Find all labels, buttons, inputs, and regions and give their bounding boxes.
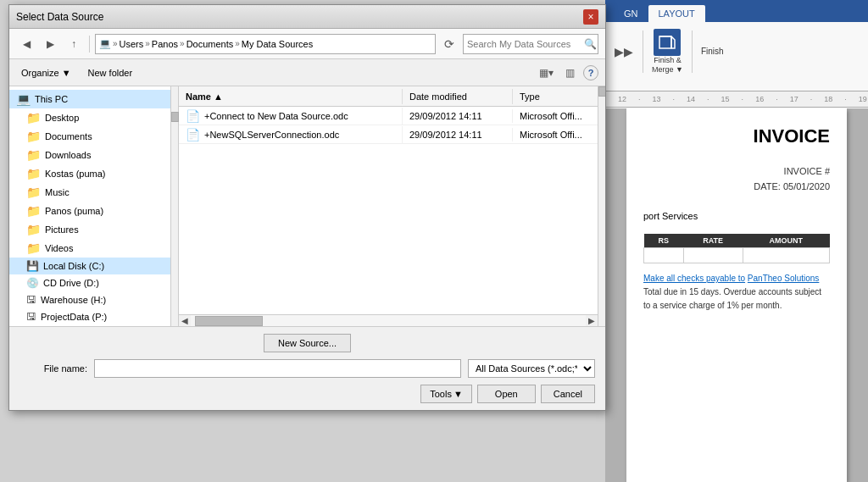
scroll-right-button[interactable]: ▶ [586, 315, 598, 327]
nav-item-music[interactable]: 📁 Music [9, 183, 170, 202]
kostas-icon: 📁 [26, 167, 41, 180]
breadcrumb-computer-icon: 💻 [99, 38, 111, 49]
nav-item-cd-drive-d[interactable]: 💿 CD Drive (D:) [9, 274, 170, 291]
ribbon-nav-btn[interactable]: ▶▶ [614, 42, 634, 62]
scroll-thumb[interactable] [195, 316, 263, 326]
nav-label-warehouse-h: Warehouse (H:) [41, 295, 106, 305]
new-folder-button[interactable]: New folder [83, 65, 138, 80]
dialog-content: 💻 This PC 📁 Desktop 📁 Documents 📁 Downlo… [9, 86, 605, 326]
dialog-close-button[interactable]: × [583, 9, 598, 25]
nav-item-downloads[interactable]: 📁 Downloads [9, 146, 170, 164]
nav-item-this-pc[interactable]: 💻 This PC [9, 90, 170, 108]
up-button[interactable]: ↑ [64, 34, 84, 54]
ribbon-sep [643, 30, 643, 73]
dialog-title: Select Data Source [16, 11, 103, 23]
file-item-0[interactable]: 📄 +Connect to New Data Source.odc 29/09/… [179, 107, 598, 125]
dialog-bottom: New Source... File name: All Data Source… [9, 326, 605, 410]
tools-arrow-icon: ▼ [453, 389, 463, 399]
panos-icon: 📁 [26, 204, 41, 218]
organize-arrow-icon: ▼ [62, 68, 71, 78]
ribbon-area: GN LAYOUT ▶▶ Finish &Merge ▼ Finish 12 ·… [605, 0, 868, 110]
invoice-meta: INVOICE # DATE: 05/01/2020 [643, 164, 830, 194]
tools-button[interactable]: Tools ▼ [420, 385, 472, 403]
nav-scroll-thumb[interactable] [171, 112, 179, 122]
cd-drive-d-icon: 💿 [26, 277, 39, 289]
nav-label-this-pc: This PC [35, 94, 68, 104]
nav-label-panos: Panos (puma) [45, 206, 103, 216]
desktop-icon: 📁 [26, 111, 41, 125]
nav-item-kostas[interactable]: 📁 Kostas (puma) [9, 164, 170, 183]
nav-scrollbar[interactable] [170, 86, 178, 326]
cancel-button[interactable]: Cancel [541, 385, 595, 403]
nav-item-warehouse-h[interactable]: 🖫 Warehouse (H:) [9, 291, 170, 308]
refresh-button[interactable]: ⟳ [439, 34, 459, 54]
svg-rect-0 [659, 36, 671, 48]
nav-label-kostas: Kostas (puma) [45, 169, 106, 179]
nav-item-pictures[interactable]: 📁 Pictures [9, 220, 170, 239]
nav-label-pictures: Pictures [45, 224, 79, 235]
new-source-button[interactable]: New Source... [264, 334, 351, 352]
file-date-1: 29/09/2012 14:11 [403, 128, 513, 141]
nav-item-documents[interactable]: 📁 Documents [9, 127, 170, 146]
open-button[interactable]: Open [477, 385, 536, 403]
file-type-1: Microsoft Offi... [513, 128, 598, 141]
search-icon: 🔍 [584, 38, 597, 50]
invoice-company: port Services [643, 211, 830, 221]
filename-input[interactable] [94, 359, 461, 378]
finish-group-label: Finish [701, 47, 724, 56]
filename-row: File name: All Data Sources (*.odc;*.mdb… [19, 359, 595, 378]
breadcrumb-users: Users [120, 39, 144, 49]
search-input[interactable] [467, 39, 584, 49]
finish-merge-icon [654, 29, 681, 56]
invoice-footer: Make all checks payable to PanTheo Solut… [643, 272, 830, 313]
help-button[interactable]: ? [583, 65, 598, 80]
warehouse-h-icon: 🖫 [26, 294, 36, 306]
column-date[interactable]: Date modified [403, 89, 513, 104]
organize-bar: Organize ▼ New folder ▦▾ ▥ ? [9, 59, 605, 86]
view-button-1[interactable]: ▦▾ [536, 63, 556, 83]
address-bar[interactable]: 💻 » Users » Panos » Documents » My Data … [95, 34, 436, 54]
nav-panel: 💻 This PC 📁 Desktop 📁 Documents 📁 Downlo… [9, 86, 170, 326]
filename-label: File name: [19, 363, 87, 374]
finish-merge-button[interactable]: Finish &Merge ▼ [652, 29, 683, 75]
local-disk-c-icon: 💾 [26, 260, 39, 272]
nav-item-videos[interactable]: 📁 Videos [9, 239, 170, 258]
videos-icon: 📁 [26, 241, 41, 255]
organize-button[interactable]: Organize ▼ [16, 65, 76, 80]
view-button-2[interactable]: ▥ [559, 63, 580, 83]
nav-item-desktop[interactable]: 📁 Desktop [9, 108, 170, 127]
toolbar-separator [89, 36, 90, 53]
nav-item-panos[interactable]: 📁 Panos (puma) [9, 202, 170, 220]
music-icon: 📁 [26, 186, 41, 199]
file-item-1[interactable]: 📄 +NewSQLServerConnection.odc 29/09/2012… [179, 125, 598, 144]
ribbon-tabs: GN LAYOUT [605, 0, 868, 22]
nav-label-cd-drive-d: CD Drive (D:) [43, 278, 99, 288]
dialog-toolbar: ◀ ▶ ↑ 💻 » Users » Panos » Documents » My… [9, 29, 605, 59]
back-button[interactable]: ◀ [16, 34, 36, 54]
pictures-icon: 📁 [26, 223, 41, 236]
nav-label-downloads: Downloads [45, 150, 91, 160]
invoice-table: RS RATE AMOUNT [643, 234, 830, 263]
column-name[interactable]: Name ▲ [179, 89, 403, 104]
forward-button[interactable]: ▶ [40, 34, 60, 54]
horizontal-scrollbar[interactable]: ◀ ▶ [179, 314, 598, 326]
tab-layout[interactable]: LAYOUT [648, 5, 705, 22]
nav-label-local-disk-c: Local Disk (C:) [43, 261, 104, 271]
action-row: Tools ▼ Open Cancel [19, 385, 595, 403]
tab-design[interactable]: GN [614, 5, 648, 22]
search-box[interactable]: 🔍 [463, 34, 598, 54]
file-scroll-thumb[interactable] [598, 86, 605, 97]
nav-item-local-disk-c[interactable]: 💾 Local Disk (C:) [9, 258, 170, 274]
column-type[interactable]: Type [513, 89, 598, 104]
filetype-select[interactable]: All Data Sources (*.odc;*.mdb;* [468, 359, 595, 378]
file-icon-0: 📄 [186, 109, 200, 123]
scroll-left-button[interactable]: ◀ [179, 315, 191, 327]
scroll-track[interactable] [191, 315, 586, 327]
file-icon-1: 📄 [186, 128, 200, 141]
file-panel-scrollbar[interactable] [598, 86, 605, 326]
nav-item-projectdata-p[interactable]: 🖫 ProjectData (P:) [9, 308, 170, 325]
file-list: 📄 +Connect to New Data Source.odc 29/09/… [179, 107, 598, 314]
nav-label-videos: Videos [45, 243, 73, 253]
file-type-0: Microsoft Offi... [513, 109, 598, 123]
new-source-row: New Source... [19, 334, 595, 352]
